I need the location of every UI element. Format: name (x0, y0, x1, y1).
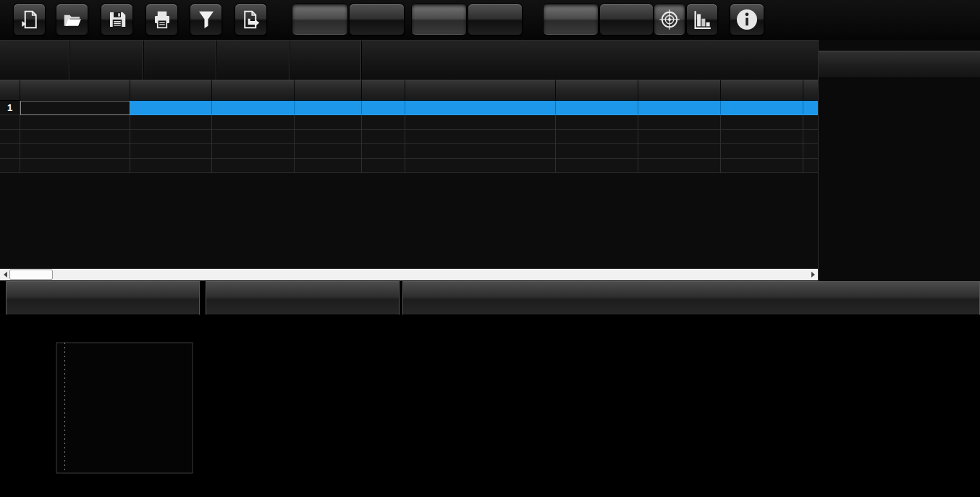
table-row[interactable] (362, 130, 405, 144)
table-row[interactable] (803, 159, 818, 173)
spectrum-chart (402, 315, 980, 497)
histogram-button[interactable] (686, 4, 718, 36)
file-name-cell[interactable] (20, 144, 130, 159)
table-row[interactable] (556, 101, 638, 115)
table-row[interactable] (130, 130, 212, 144)
row-number-cell[interactable] (0, 115, 20, 130)
view-button-iec[interactable] (468, 4, 523, 36)
table-row[interactable] (721, 130, 803, 144)
new-document-button[interactable] (13, 4, 46, 36)
column-header-cie-v-[interactable] (638, 80, 721, 101)
filter-button[interactable] (190, 4, 222, 36)
table-row[interactable] (556, 115, 638, 130)
scrollbar-thumb[interactable] (9, 270, 53, 280)
table-row[interactable] (721, 144, 803, 159)
table-row[interactable] (130, 159, 212, 173)
tab-general[interactable] (0, 41, 70, 80)
view-button-cqs[interactable] (599, 4, 654, 36)
view-button-ansi[interactable] (411, 4, 467, 36)
table-row[interactable] (803, 115, 818, 130)
results-table: 1 (0, 80, 818, 269)
table-row[interactable] (212, 144, 295, 159)
save-button[interactable] (101, 4, 133, 36)
horizontal-scrollbar[interactable] (0, 269, 818, 280)
table-row[interactable] (721, 159, 803, 173)
row-number-cell[interactable]: 1 (0, 101, 20, 115)
table-row[interactable] (362, 101, 405, 115)
table-row[interactable] (362, 159, 405, 173)
tab-special[interactable] (144, 41, 217, 80)
table-row[interactable] (405, 130, 556, 144)
table-row[interactable] (130, 101, 212, 115)
table-row[interactable] (638, 115, 721, 130)
histogram-icon (691, 9, 713, 30)
table-row[interactable] (212, 159, 295, 173)
row-number-cell[interactable] (0, 130, 20, 144)
view-button-cie1976[interactable] (349, 4, 405, 36)
info-button[interactable] (730, 4, 764, 36)
row-number-cell[interactable] (0, 159, 20, 173)
chromaticity-target-button[interactable] (654, 4, 685, 36)
cct-standard-panel (6, 281, 200, 497)
table-row[interactable] (362, 144, 405, 159)
view-button-cie1931[interactable] (292, 4, 348, 36)
file-name-cell[interactable] (20, 101, 130, 115)
table-row[interactable] (556, 144, 638, 159)
table-row[interactable] (295, 115, 362, 130)
table-row[interactable] (405, 159, 556, 173)
table-row[interactable] (638, 159, 721, 173)
file-name-cell[interactable] (20, 115, 130, 130)
column-header-cri[interactable] (362, 80, 405, 101)
color-rendering-index-chart (206, 315, 400, 497)
column-header--p[interactable] (721, 80, 803, 101)
table-row[interactable] (212, 115, 295, 130)
row-number-cell[interactable] (0, 144, 20, 159)
export-button[interactable] (235, 4, 267, 36)
open-folder-icon (62, 9, 83, 30)
column-header-cct[interactable] (295, 80, 362, 101)
open-folder-button[interactable] (56, 4, 88, 36)
table-row[interactable] (638, 101, 721, 115)
table-row[interactable] (803, 144, 818, 159)
application-window: { "colors": { "accent_blue": "#1c97ea", … (0, 0, 980, 497)
column-header-cie-y[interactable] (212, 80, 295, 101)
table-row[interactable] (721, 101, 803, 115)
print-button[interactable] (145, 4, 178, 36)
table-row[interactable] (803, 101, 818, 115)
table-row[interactable] (212, 101, 295, 115)
table-row[interactable] (295, 159, 362, 173)
table-row[interactable] (295, 144, 362, 159)
column-header-cie-u-[interactable] (556, 80, 638, 101)
table-row[interactable] (405, 101, 556, 115)
table-row[interactable] (362, 115, 405, 130)
table-row[interactable] (130, 115, 212, 130)
file-name-cell[interactable] (20, 130, 130, 144)
table-row[interactable] (295, 130, 362, 144)
cri-panel-header (206, 281, 400, 315)
scroll-left-button[interactable] (0, 269, 10, 280)
table-row[interactable] (803, 130, 818, 144)
chromaticity-panel-header (819, 51, 980, 78)
table-row[interactable] (130, 144, 212, 159)
column-header-clipped (803, 80, 818, 101)
table-row[interactable] (405, 144, 556, 159)
table-row[interactable] (295, 101, 362, 115)
table-header-rownum (0, 80, 20, 101)
file-name-cell[interactable] (20, 159, 130, 173)
table-row[interactable] (638, 130, 721, 144)
column-header-illuminance[interactable] (405, 80, 556, 101)
table-row[interactable] (212, 130, 295, 144)
table-row[interactable] (721, 115, 803, 130)
column-header-file-name[interactable] (20, 80, 130, 101)
table-row[interactable] (638, 144, 721, 159)
tab-cri[interactable] (70, 41, 144, 80)
view-button-cri[interactable] (543, 4, 599, 36)
table-row[interactable] (405, 115, 556, 130)
scroll-right-button[interactable] (808, 269, 818, 280)
column-header-cie-x[interactable] (130, 80, 212, 101)
table-row[interactable] (556, 159, 638, 173)
tab-one-data[interactable] (217, 41, 290, 80)
cct-panel-header (6, 281, 200, 315)
table-row[interactable] (556, 130, 638, 144)
main-toolbar (0, 0, 980, 40)
